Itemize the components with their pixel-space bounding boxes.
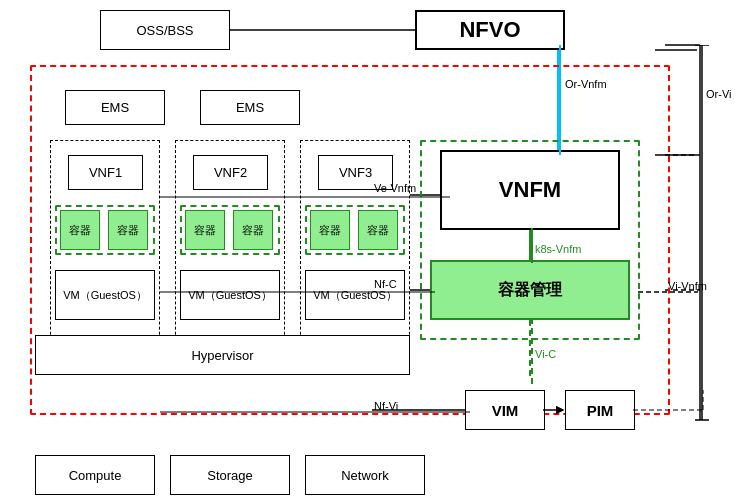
compute-label: Compute bbox=[69, 468, 122, 483]
pim-box: PIM bbox=[565, 390, 635, 430]
container1a-label: 容器 bbox=[69, 223, 91, 238]
storage-box: Storage bbox=[170, 455, 290, 495]
network-box: Network bbox=[305, 455, 425, 495]
vm1-label: VM（GuestOS） bbox=[63, 288, 147, 303]
vnfm-container-outer-border bbox=[420, 140, 640, 340]
vnf3-label: VNF3 bbox=[339, 165, 372, 180]
container1b-label: 容器 bbox=[117, 223, 139, 238]
ve-vnfm-label: Ve-Vnfm bbox=[374, 182, 416, 194]
k8s-vnfm-label: k8s-Vnfm bbox=[535, 243, 581, 255]
vnf2-box: VNF2 bbox=[193, 155, 268, 190]
right-border-line bbox=[695, 45, 710, 425]
or-vi-label: Or-Vi bbox=[706, 88, 731, 100]
vm2-label: VM（GuestOS） bbox=[188, 288, 272, 303]
container2a-label: 容器 bbox=[194, 223, 216, 238]
vm1-box: VM（GuestOS） bbox=[55, 270, 155, 320]
vim-box: VIM bbox=[465, 390, 545, 430]
vim-label: VIM bbox=[492, 402, 519, 419]
ems2-box: EMS bbox=[200, 90, 300, 125]
container2b-label: 容器 bbox=[242, 223, 264, 238]
nfvo-box: NFVO bbox=[415, 10, 565, 50]
nfv-architecture-diagram: OSS/BSS NFVO EMS EMS VNF1 VNF2 VNF3 容器 容… bbox=[0, 0, 735, 503]
or-vnfm-label: Or-Vnfm bbox=[565, 78, 607, 90]
ems1-box: EMS bbox=[65, 90, 165, 125]
container1a-box: 容器 bbox=[60, 210, 100, 250]
container3b-label: 容器 bbox=[367, 223, 389, 238]
vi-c-label: Vi-C bbox=[535, 348, 556, 360]
container2b-box: 容器 bbox=[233, 210, 273, 250]
hypervisor-box: Hypervisor bbox=[35, 335, 410, 375]
ems1-label: EMS bbox=[101, 100, 129, 115]
oss-bss-box: OSS/BSS bbox=[100, 10, 230, 50]
nfvo-label: NFVO bbox=[459, 17, 520, 43]
container1b-box: 容器 bbox=[108, 210, 148, 250]
ems2-label: EMS bbox=[236, 100, 264, 115]
nf-c-label: Nf-C bbox=[374, 278, 397, 290]
vnf1-box: VNF1 bbox=[68, 155, 143, 190]
pim-label: PIM bbox=[587, 402, 614, 419]
nf-vi-label: Nf-Vi bbox=[374, 400, 398, 412]
container3a-label: 容器 bbox=[319, 223, 341, 238]
vi-vnfm-label: Vi-Vnfm bbox=[668, 280, 707, 292]
network-label: Network bbox=[341, 468, 389, 483]
container3b-box: 容器 bbox=[358, 210, 398, 250]
vnf2-label: VNF2 bbox=[214, 165, 247, 180]
storage-label: Storage bbox=[207, 468, 253, 483]
container3a-box: 容器 bbox=[310, 210, 350, 250]
compute-box: Compute bbox=[35, 455, 155, 495]
vm2-box: VM（GuestOS） bbox=[180, 270, 280, 320]
oss-bss-label: OSS/BSS bbox=[136, 23, 193, 38]
hypervisor-label: Hypervisor bbox=[191, 348, 253, 363]
vnf1-label: VNF1 bbox=[89, 165, 122, 180]
container2a-box: 容器 bbox=[185, 210, 225, 250]
